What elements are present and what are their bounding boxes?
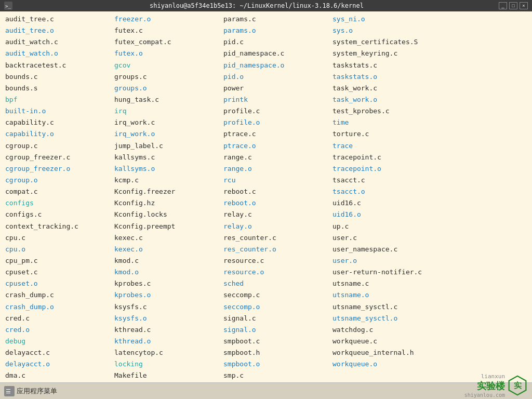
file-item[interactable]: user.c [330,232,529,244]
file-item[interactable]: task_work.o [330,94,529,105]
file-item[interactable]: ksysfs.o [112,313,221,324]
file-item[interactable]: capability.o [3,128,112,140]
file-item[interactable]: rcu [221,175,330,186]
file-item[interactable]: cpuset.o [3,278,112,289]
file-item[interactable]: bounds.s [3,83,112,94]
file-item[interactable]: futex.c [112,25,221,36]
file-item[interactable]: profile.o [221,117,330,128]
file-item[interactable]: smpboot.h [221,347,330,358]
file-item[interactable]: ptrace.c [221,128,330,140]
file-item[interactable]: res_counter.o [221,244,330,255]
file-item[interactable]: kprobes.o [112,289,221,301]
file-item[interactable]: params.o [221,25,330,36]
file-item[interactable]: futex.o [112,48,221,59]
file-item[interactable]: kmod.c [112,255,221,267]
file-item[interactable]: Kconfig.hz [112,197,221,209]
file-item[interactable]: res_counter.c [221,232,330,244]
file-item[interactable]: kcmp.c [112,175,221,186]
file-item[interactable]: futex_compat.c [112,36,221,48]
file-item[interactable]: utsname_sysctl.c [330,301,529,313]
file-item[interactable]: tracepoint.c [330,152,529,163]
file-item[interactable]: test_kprobes.c [330,105,529,117]
file-item[interactable]: audit_watch.c [3,36,112,48]
file-item[interactable]: Makefile [112,370,221,380]
file-item[interactable]: capability.c [3,117,112,128]
file-item[interactable]: user.o [330,255,529,267]
file-item[interactable]: bounds.c [3,71,112,83]
file-item[interactable]: jump_label.c [112,140,221,152]
file-item[interactable]: workqueue.c [330,336,529,347]
maximize-button[interactable]: □ [509,2,517,9]
file-item[interactable]: sys.o [330,25,529,36]
file-item[interactable]: hung_task.c [112,94,221,105]
file-item[interactable]: kthread.c [112,324,221,336]
file-item[interactable]: reboot.o [221,197,330,209]
file-item[interactable]: cpuset.c [3,267,112,278]
file-item[interactable]: cgroup.c [3,140,112,152]
file-item[interactable]: tsacct.c [330,175,529,186]
file-item[interactable]: audit_tree.c [3,14,112,25]
file-item[interactable]: kexec.o [112,244,221,255]
file-item[interactable]: irq [112,105,221,117]
file-item[interactable]: pid.c [221,36,330,48]
file-item[interactable]: debug [3,336,112,347]
file-item[interactable]: groups.o [112,83,221,94]
file-item[interactable]: gcov [112,60,221,71]
file-item[interactable]: taskstats.c [330,60,529,71]
file-item[interactable]: resource.c [221,255,330,267]
file-item[interactable]: kprobes.c [112,278,221,289]
file-item[interactable]: workqueue.o [330,358,529,370]
close-button[interactable]: × [520,2,528,9]
file-item[interactable]: delayacct.c [3,347,112,358]
file-item[interactable]: bpf [3,94,112,105]
file-item[interactable]: sys_ni.o [330,14,529,25]
file-item[interactable]: latencytop.c [112,347,221,358]
file-item[interactable]: delayacct.o [3,358,112,370]
file-item[interactable]: pid_namespace.o [221,60,330,71]
file-item[interactable]: uid16.o [330,209,529,220]
file-item[interactable]: seccomp.o [221,301,330,313]
file-item[interactable]: compat.c [3,186,112,197]
file-item[interactable]: signal.o [221,324,330,336]
file-item[interactable]: sched [221,278,330,289]
file-item[interactable]: locking [112,358,221,370]
file-item[interactable]: uid16.c [330,197,529,209]
file-item[interactable]: ptrace.o [221,140,330,152]
file-item[interactable]: utsname.o [330,289,529,301]
file-item[interactable]: reboot.c [221,186,330,197]
file-item[interactable]: freezer.o [112,14,221,25]
file-item[interactable]: profile.c [221,105,330,117]
file-item[interactable]: cred.c [3,313,112,324]
file-item[interactable]: groups.c [112,71,221,83]
taskbar-menu[interactable]: ☰ 应用程序菜单 [4,386,57,396]
file-item[interactable]: kexec.c [112,232,221,244]
minimize-button[interactable]: _ [499,2,507,9]
file-item[interactable]: time [330,117,529,128]
file-item[interactable]: configs [3,197,112,209]
file-item[interactable]: cgroup_freezer.c [3,152,112,163]
file-item[interactable]: cgroup.o [3,175,112,186]
file-item[interactable]: pid_namespace.c [221,48,330,59]
file-item[interactable]: Kconfig.preempt [112,221,221,232]
file-item[interactable]: dma.c [3,370,112,380]
file-item[interactable]: cpu.c [3,232,112,244]
file-item[interactable]: smpboot.o [221,358,330,370]
file-item[interactable]: torture.c [330,128,529,140]
file-item[interactable]: pid.o [221,71,330,83]
file-item[interactable]: range.c [221,152,330,163]
file-item[interactable]: seccomp.c [221,289,330,301]
file-item[interactable]: task_work.c [330,83,529,94]
file-item[interactable]: resource.o [221,267,330,278]
file-item[interactable]: cgroup_freezer.o [3,163,112,175]
file-item[interactable]: kthread.o [112,336,221,347]
file-item[interactable]: workqueue_internal.h [330,347,529,358]
file-item[interactable]: cpu_pm.c [3,255,112,267]
file-item[interactable]: context_tracking.c [3,221,112,232]
file-item[interactable]: audit_tree.o [3,25,112,36]
file-item[interactable]: cred.o [3,324,112,336]
file-item[interactable]: signal.c [221,313,330,324]
file-item[interactable]: Kconfig.freezer [112,186,221,197]
file-item[interactable]: irq_work.o [112,128,221,140]
file-item[interactable]: audit_watch.o [3,48,112,59]
file-item[interactable]: taskstats.o [330,71,529,83]
